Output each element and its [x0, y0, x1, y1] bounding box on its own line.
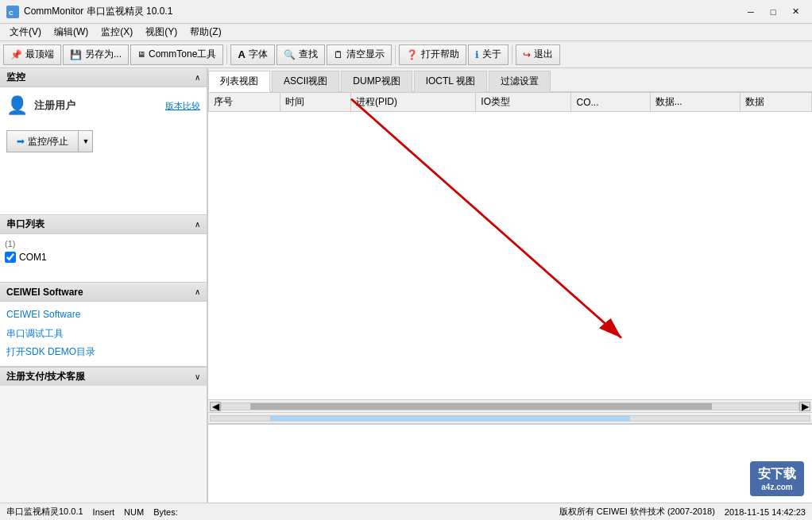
search-icon: 🔍: [284, 49, 296, 60]
menu-edit[interactable]: 编辑(W): [48, 24, 95, 40]
secondary-scroll: [208, 412, 812, 423]
horizontal-scrollbar[interactable]: ◀ ▶: [208, 399, 812, 412]
tabs-bar: 列表视图 ASCII视图 DUMP视图 IOCTL 视图 过滤设置: [208, 68, 812, 92]
user-label: 注册用户: [34, 98, 75, 113]
tab-filter-settings[interactable]: 过滤设置: [489, 71, 551, 92]
serial-debug-link[interactable]: 串口调试工具: [6, 325, 200, 343]
ceiwei-software-link[interactable]: CEIWEI Software: [6, 306, 200, 324]
col-com: CO...: [571, 93, 650, 112]
menu-view[interactable]: 视图(Y): [139, 24, 184, 40]
sidebar: 监控 ∧ 👤 注册用户 版本比较 ➡ 监控/停止 ▼: [0, 68, 208, 503]
tab-ioctl-view[interactable]: IOCTL 视图: [414, 71, 487, 92]
font-button[interactable]: A 字体: [230, 44, 274, 65]
main-container: 监控 ∧ 👤 注册用户 版本比较 ➡ 监控/停止 ▼: [0, 68, 812, 503]
ceiwei-collapse-icon: ∧: [195, 287, 200, 296]
monitor-section-content: 👤 注册用户 版本比较 ➡ 监控/停止 ▼: [0, 87, 207, 214]
tab-ascii-view[interactable]: ASCII视图: [272, 71, 339, 92]
commtone-button[interactable]: 🖥 CommTone工具: [130, 44, 223, 65]
com-list-content: (1) COM1: [0, 234, 207, 282]
menu-bar: 文件(V) 编辑(W) 监控(X) 视图(Y) 帮助(Z): [0, 24, 812, 41]
watermark-badge: 安下载 a4z.com: [750, 461, 804, 496]
data-table-wrapper[interactable]: 序号 时间 进程(PID) IO类型 CO... 数据... 数据: [208, 92, 812, 399]
col-seq: 序号: [209, 93, 280, 112]
ceiwei-content: CEIWEI Software 串口调试工具 打开SDK DEMO目录: [0, 302, 207, 366]
com1-item: COM1: [5, 250, 202, 264]
minimize-button[interactable]: ─: [740, 4, 761, 20]
bytes-label: Bytes:: [153, 507, 178, 517]
saveas-button[interactable]: 💾 另存为...: [63, 44, 129, 65]
monitor-btn-row: ➡ 监控/停止 ▼: [6, 130, 200, 152]
monitor-section-header[interactable]: 监控 ∧: [0, 68, 207, 87]
window-title: CommMonitor 串口监视精灵 10.0.1: [24, 5, 740, 18]
status-left: 串口监视精灵10.0.1 Insert NUM Bytes:: [6, 506, 178, 518]
bottom-panel: [208, 423, 812, 503]
scroll-left-button[interactable]: ◀: [210, 402, 221, 411]
dropdown-chevron-icon: ▼: [82, 137, 89, 145]
ceiwei-section: CEIWEI Software ∧ CEIWEI Software 串口调试工具…: [0, 283, 207, 367]
com-count: (1): [5, 237, 202, 250]
tab-dump-view[interactable]: DUMP视图: [341, 71, 412, 92]
monitor-section-title: 监控: [6, 71, 25, 84]
version-compare-link[interactable]: 版本比较: [165, 100, 200, 112]
save-icon: 💾: [70, 49, 82, 60]
scroll-track[interactable]: [221, 403, 799, 410]
user-row: 👤 注册用户 版本比较: [6, 95, 200, 116]
title-bar: C CommMonitor 串口监视精灵 10.0.1 ─ □ ✕: [0, 0, 812, 24]
about-button[interactable]: ℹ 关于: [468, 44, 508, 65]
clear-button[interactable]: 🗒 清空显示: [327, 44, 392, 65]
pin-icon: 📌: [10, 49, 22, 60]
tab-list-view[interactable]: 列表视图: [208, 71, 270, 92]
com-list-title: 串口列表: [6, 218, 44, 231]
toolbar-separator-1: [226, 45, 227, 64]
user-icon: 👤: [6, 95, 28, 116]
col-process: 进程(PID): [351, 93, 476, 112]
scroll-thumb[interactable]: [250, 403, 712, 410]
monitor-icon: 🖥: [137, 50, 145, 59]
app-icon: C: [6, 6, 19, 18]
watermark-site: 安下载: [758, 466, 796, 483]
com1-label: COM1: [19, 252, 47, 263]
close-button[interactable]: ✕: [785, 4, 806, 20]
window-controls: ─ □ ✕: [740, 4, 806, 20]
menu-monitor[interactable]: 监控(X): [95, 24, 139, 40]
status-right: 版权所有 CEIWEI 软件技术 (2007-2018) 2018-11-15 …: [559, 506, 806, 518]
toolbar-separator-2: [395, 45, 396, 64]
monitor-start-stop-button[interactable]: ➡ 监控/停止: [6, 130, 79, 152]
com-list-section: 串口列表 ∧ (1) COM1: [0, 215, 207, 283]
ceiwei-section-title: CEIWEI Software: [6, 287, 83, 298]
com-list-header[interactable]: 串口列表 ∧: [0, 215, 207, 234]
status-bar: 串口监视精灵10.0.1 Insert NUM Bytes: 版权所有 CEIW…: [0, 503, 812, 520]
copyright-label: 版权所有 CEIWEI 软件技术 (2007-2018): [559, 506, 715, 518]
secondary-scroll-thumb[interactable]: [270, 416, 629, 421]
col-data: 数据: [740, 93, 812, 112]
info-icon: ℹ: [475, 49, 479, 60]
com1-checkbox[interactable]: [5, 252, 16, 263]
scroll-right-button[interactable]: ▶: [799, 402, 810, 411]
help-icon: ❓: [406, 49, 418, 60]
secondary-scroll-track[interactable]: [210, 415, 810, 422]
sdk-demo-link[interactable]: 打开SDK DEMO目录: [6, 344, 200, 361]
num-mode: NUM: [124, 507, 144, 517]
payment-section-header[interactable]: 注册支付/技术客服 ∨: [0, 367, 207, 386]
toolbar-separator-3: [512, 45, 512, 64]
data-table: 序号 时间 进程(PID) IO类型 CO... 数据... 数据: [208, 92, 812, 112]
top-button[interactable]: 📌 最顶端: [3, 44, 61, 65]
monitor-dropdown-button[interactable]: ▼: [79, 130, 93, 152]
svg-text:C: C: [9, 10, 14, 17]
font-icon: A: [238, 48, 245, 60]
red-arrow-overlay: [208, 92, 812, 399]
content-area: 列表视图 ASCII视图 DUMP视图 IOCTL 视图 过滤设置 序号 时间 …: [208, 68, 812, 503]
monitor-section: 监控 ∧ 👤 注册用户 版本比较 ➡ 监控/停止 ▼: [0, 68, 207, 215]
timestamp: 2018-11-15 14:42:23: [725, 507, 806, 517]
menu-file[interactable]: 文件(V): [3, 24, 48, 40]
toolbar: 📌 最顶端 💾 另存为... 🖥 CommTone工具 A 字体 🔍 查找 🗒 …: [0, 41, 812, 68]
openhelp-button[interactable]: ❓ 打开帮助: [399, 44, 466, 65]
menu-help[interactable]: 帮助(Z): [184, 24, 227, 40]
ceiwei-section-header[interactable]: CEIWEI Software ∧: [0, 283, 207, 302]
payment-section-title: 注册支付/技术客服: [6, 370, 85, 383]
maximize-button[interactable]: □: [763, 4, 783, 20]
watermark-url: a4z.com: [758, 483, 796, 491]
monitor-arrow-icon: ➡: [17, 136, 25, 147]
find-button[interactable]: 🔍 查找: [276, 44, 325, 65]
exit-button[interactable]: ↪ 退出: [516, 44, 560, 65]
